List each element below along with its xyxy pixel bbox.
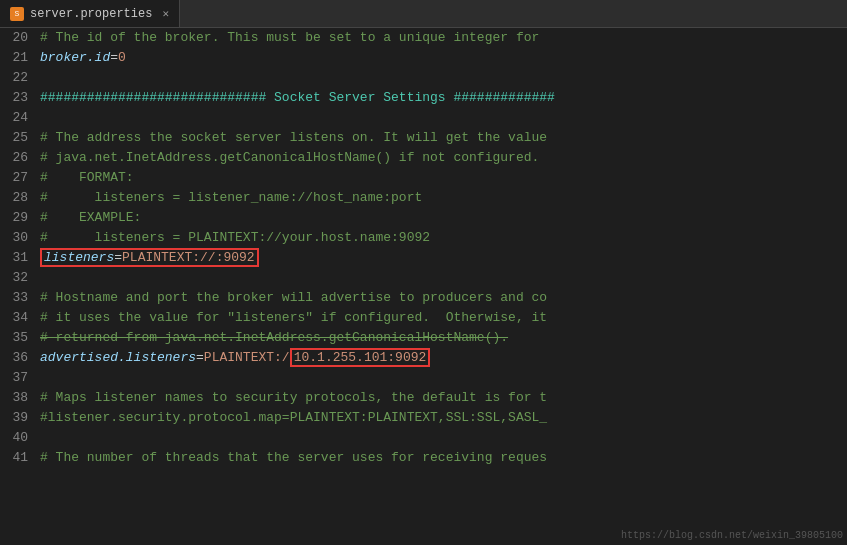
table-row: 21broker.id=0 [0, 48, 847, 68]
lines-container: 20# The id of the broker. This must be s… [0, 28, 847, 468]
line-number: 21 [0, 48, 40, 68]
line-content: listeners=PLAINTEXT://:9092 [40, 248, 847, 268]
tab-bar: S server.properties ✕ [0, 0, 847, 28]
table-row: 31listeners=PLAINTEXT://:9092 [0, 248, 847, 268]
line-content: ############################# Socket Ser… [40, 88, 847, 108]
line-content: # java.net.InetAddress.getCanonicalHostN… [40, 148, 847, 168]
line-content: # Hostname and port the broker will adve… [40, 288, 847, 308]
line-number: 41 [0, 448, 40, 468]
table-row: 41# The number of threads that the serve… [0, 448, 847, 468]
line-number: 25 [0, 128, 40, 148]
table-row: 35# returned from java.net.InetAddress.g… [0, 328, 847, 348]
table-row: 20# The id of the broker. This must be s… [0, 28, 847, 48]
tab-server-properties[interactable]: S server.properties ✕ [0, 0, 180, 27]
table-row: 26# java.net.InetAddress.getCanonicalHos… [0, 148, 847, 168]
line-number: 38 [0, 388, 40, 408]
line-number: 35 [0, 328, 40, 348]
line-number: 23 [0, 88, 40, 108]
tab-label: server.properties [30, 7, 152, 21]
line-number: 27 [0, 168, 40, 188]
table-row: 40 [0, 428, 847, 448]
line-content: advertised.listeners=PLAINTEXT:/10.1.255… [40, 348, 847, 368]
table-row: 29# EXAMPLE: [0, 208, 847, 228]
table-row: 32 [0, 268, 847, 288]
table-row: 25# The address the socket server listen… [0, 128, 847, 148]
line-number: 22 [0, 68, 40, 88]
line-content: # returned from java.net.InetAddress.get… [40, 328, 847, 348]
table-row: 37 [0, 368, 847, 388]
line-number: 39 [0, 408, 40, 428]
line-content: #listener.security.protocol.map=PLAINTEX… [40, 408, 847, 428]
table-row: 36advertised.listeners=PLAINTEXT:/10.1.2… [0, 348, 847, 368]
line-content: # The id of the broker. This must be set… [40, 28, 847, 48]
table-row: 24 [0, 108, 847, 128]
line-number: 20 [0, 28, 40, 48]
line-content: # Maps listener names to security protoc… [40, 388, 847, 408]
table-row: 28# listeners = listener_name://host_nam… [0, 188, 847, 208]
code-editor: 20# The id of the broker. This must be s… [0, 28, 847, 545]
line-content: # EXAMPLE: [40, 208, 847, 228]
line-content: # listeners = listener_name://host_name:… [40, 188, 847, 208]
table-row: 33# Hostname and port the broker will ad… [0, 288, 847, 308]
line-number: 26 [0, 148, 40, 168]
line-content: broker.id=0 [40, 48, 847, 68]
line-content: # The address the socket server listens … [40, 128, 847, 148]
line-number: 29 [0, 208, 40, 228]
watermark: https://blog.csdn.net/weixin_39805100 [621, 530, 843, 541]
line-number: 28 [0, 188, 40, 208]
line-number: 31 [0, 248, 40, 268]
table-row: 27# FORMAT: [0, 168, 847, 188]
line-content: # it uses the value for "listeners" if c… [40, 308, 847, 328]
table-row: 39#listener.security.protocol.map=PLAINT… [0, 408, 847, 428]
table-row: 34# it uses the value for "listeners" if… [0, 308, 847, 328]
line-number: 40 [0, 428, 40, 448]
table-row: 23############################# Socket S… [0, 88, 847, 108]
table-row: 22 [0, 68, 847, 88]
line-content: # The number of threads that the server … [40, 448, 847, 468]
line-content: # FORMAT: [40, 168, 847, 188]
line-number: 36 [0, 348, 40, 368]
line-number: 37 [0, 368, 40, 388]
file-icon: S [10, 7, 24, 21]
line-number: 32 [0, 268, 40, 288]
line-content: # listeners = PLAINTEXT://your.host.name… [40, 228, 847, 248]
line-number: 34 [0, 308, 40, 328]
tab-close-button[interactable]: ✕ [162, 7, 169, 20]
line-number: 24 [0, 108, 40, 128]
line-number: 30 [0, 228, 40, 248]
table-row: 38# Maps listener names to security prot… [0, 388, 847, 408]
line-number: 33 [0, 288, 40, 308]
table-row: 30# listeners = PLAINTEXT://your.host.na… [0, 228, 847, 248]
